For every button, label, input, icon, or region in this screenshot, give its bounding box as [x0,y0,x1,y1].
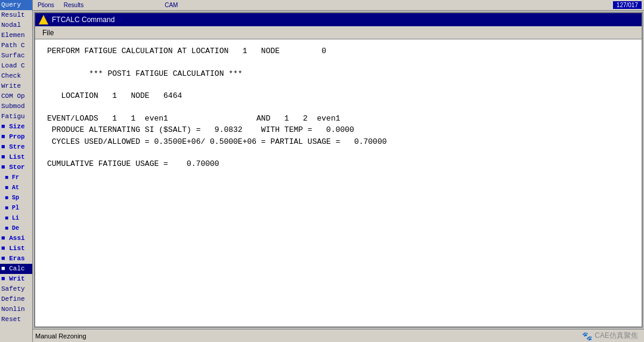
ftcalc-window: FTCALC Command File PERFORM FATIGUE CALC… [34,12,643,328]
top-bar-options[interactable]: Ptions [35,2,57,8]
statusbar-watermark: 🐾 CAE仿真聚焦 [582,331,644,341]
sidebar-item-submod[interactable]: Submod [0,101,32,112]
sidebar-item-nonlin[interactable]: Nonlin [0,304,32,315]
sidebar-item-li[interactable]: ■ Li [0,213,32,223]
output-line-5 [47,102,630,113]
sidebar-item-fr[interactable]: ■ Fr [0,172,32,183]
output-line-8: CYCLES USED/ALLOWED = 0.3500E+06/ 0.5000… [47,136,630,148]
statusbar-text: Manual Rezoning [33,332,582,340]
sidebar-item-de[interactable]: ■ De [0,223,32,233]
ftcalc-icon [39,15,48,24]
output-line-7: PRODUCE ALTERNATING SI ($SALT) = 9.0832 … [47,124,630,136]
output-line-10: CUMULATIVE FATIGUE USAGE = 0.70000 [47,158,630,170]
sidebar-item-define[interactable]: Define [0,294,32,304]
sidebar-item-fatigue[interactable]: Fatigu [0,112,32,122]
output-line-2: *** POST1 FATIGUE CALCULATION *** [47,68,630,80]
sidebar-item-write[interactable]: Write [0,81,32,91]
sidebar-item-writ[interactable]: ■ Writ [0,274,32,284]
output-line-1 [47,57,630,68]
sidebar-item-list2[interactable]: ■ List [0,244,32,254]
sidebar-item-safety[interactable]: Safety [0,284,32,294]
sidebar-item-stor[interactable]: ■ Stor [0,162,32,172]
statusbar: Manual Rezoning 🐾 CAE仿真聚焦 [33,329,644,342]
top-bar-counter: 127/017 [613,1,642,9]
top-bar-cam[interactable]: CAM [162,2,180,8]
sidebar-item-sp[interactable]: ■ Sp [0,193,32,203]
sidebar-item-prop[interactable]: ■ Prop [0,132,32,142]
sidebar-item-list[interactable]: ■ List [0,152,32,162]
sidebar-item-calc[interactable]: ■ Calc [0,264,32,274]
ftcalc-title: FTCALC Command [52,16,114,24]
menu-file[interactable]: File [38,27,58,38]
main-content: Ptions Results CAM 127/017 FTCALC Comman… [33,0,644,342]
output-line-9 [47,147,630,158]
sidebar-item-at[interactable]: ■ At [0,183,32,193]
sidebar-item-path-c[interactable]: Path C [0,41,32,51]
sidebar-item-query[interactable]: Query [0,0,32,10]
sidebar-item-size[interactable]: ■ Size [0,122,32,132]
ftcalc-titlebar: FTCALC Command [35,13,642,26]
watermark-text: CAE仿真聚焦 [595,331,638,341]
sidebar-item-assi[interactable]: ■ Assi [0,233,32,244]
sidebar-item-eras[interactable]: ■ Eras [0,254,32,264]
sidebar-item-nodal[interactable]: Nodal [0,20,32,30]
ftcalc-menubar: File [35,26,642,39]
output-line-3 [47,79,630,90]
sidebar-item-surface[interactable]: Surfac [0,51,32,61]
sidebar-item-element[interactable]: Elemen [0,30,32,41]
sidebar-item-stre[interactable]: ■ Stre [0,142,32,152]
sidebar-item-reset[interactable]: Reset [0,315,32,325]
sidebar: Query Result Nodal Elemen Path C Surfac … [0,0,33,342]
ftcalc-content: PERFORM FATIGUE CALCULATION AT LOCATION … [35,39,642,326]
sidebar-item-pl[interactable]: ■ Pl [0,203,32,213]
sidebar-item-load-c[interactable]: Load C [0,61,32,71]
output-line-6: EVENT/LOADS 1 1 even1 AND 1 2 even1 [47,113,630,125]
top-bar-results[interactable]: Results [61,2,86,8]
sidebar-item-result[interactable]: Result [0,10,32,20]
output-line-0: PERFORM FATIGUE CALCULATION AT LOCATION … [47,45,630,57]
sidebar-item-com-op[interactable]: COM Op [0,91,32,101]
top-bar: Ptions Results CAM 127/017 [33,0,644,11]
output-line-4: LOCATION 1 NODE 6464 [47,90,630,102]
watermark-icon: 🐾 [582,331,592,341]
sidebar-item-check[interactable]: Check [0,71,32,81]
